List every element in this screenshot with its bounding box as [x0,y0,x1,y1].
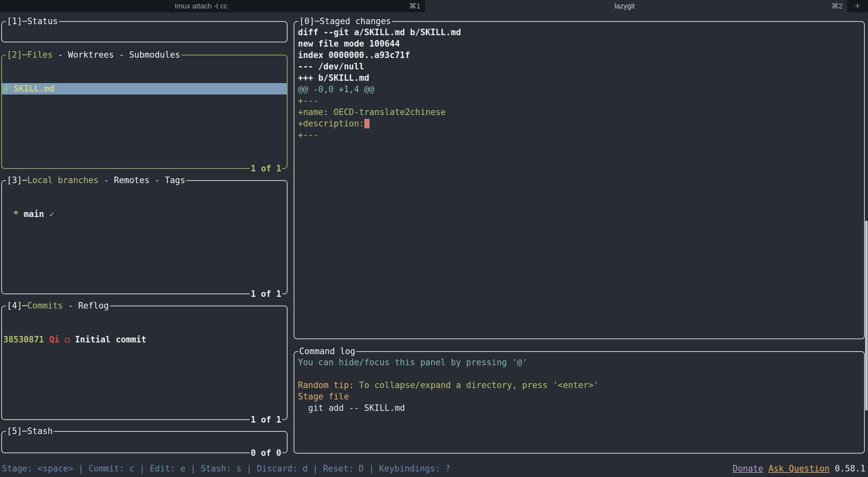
branch-name: main [24,209,44,219]
stash-panel-title: [5]─Stash [6,425,54,437]
diff-line: +--- [294,129,864,141]
diff-view: diff --git a/SKILL.md b/SKILL.mdnew file… [294,22,864,338]
staged-changes-panel[interactable]: [0]─Staged changes diff --git a/SKILL.md… [294,21,865,339]
version-label: 0.58.1 [835,464,865,473]
diff-line: new file mode 100644 [294,38,864,50]
tab-title: tmux attach -t cc [0,0,402,12]
diff-line: +++ b/SKILL.md [294,72,864,84]
status-bar-right: DonateAsk Question0.58.1 [733,463,865,474]
diff-line: +--- [294,95,864,107]
command-log-line: git add -- SKILL.md [294,403,864,414]
branches-panel[interactable]: [3]─Local branches - Remotes - Tags *mai… [1,180,287,294]
file-status-added: A [3,84,8,93]
commit-author: Qi [49,335,59,345]
status-bar: Stage: <space> | Commit: c | Edit: e | S… [0,463,868,477]
tab-shortcut-cmd2: ⌘2 [832,0,843,12]
file-row-skill-md[interactable]: ASKILL.md [2,83,287,94]
tab-shortcut-cmd1: ⌘1 [409,0,420,12]
window-scrollbar[interactable] [865,220,868,411]
tab-tmux-session[interactable]: tmux attach -t cc ⌘1 [0,0,425,12]
command-log-line: You can hide/focus this panel by pressin… [294,357,864,368]
keybindings-hint: Stage: <space> | Commit: c | Edit: e | S… [2,463,451,474]
plus-icon: + [855,0,861,11]
branch-recency-marker: * [13,209,19,219]
command-log-line [294,368,864,380]
branches-counter: 1 of 1 [250,288,282,300]
diff-line: +name: OECD-translate2chinese [294,107,864,118]
diff-line: --- /dev/null [294,61,864,72]
log-segment: Stage file [298,392,349,401]
diff-line: index 0000000..a93c71f [294,50,864,61]
files-panel[interactable]: [2]─Files - Worktrees - Submodules ASKIL… [1,55,287,169]
commit-message: Initial commit [75,335,146,345]
command-log-line: Stage file [294,391,864,403]
diff-line: +description: [294,118,864,129]
branch-row-main[interactable]: *main✓ [2,209,287,220]
donate-link[interactable]: Donate [733,464,763,473]
log-segment: Random tip: [298,380,359,390]
commit-hash: 38530871 [3,335,44,345]
diff-line: @@ -0,0 +1,4 @@ [294,84,864,95]
command-log-view: You can hide/focus this panel by pressin… [294,352,864,453]
branch-pushed-check-icon: ✓ [49,209,54,219]
status-panel[interactable]: [1]─Status ✓OECD-translate2chinese → mai… [1,21,287,42]
tab-bar: tmux attach -t cc ⌘1 lazygit ⌘2 + [0,0,868,12]
commits-panel[interactable]: [4]─Commits - Reflog 38530871Qi○Initial … [1,306,287,420]
files-counter: 1 of 1 [250,163,282,174]
tab-lazygit[interactable]: lazygit ⌘2 [425,0,847,12]
tab-title: lazygit [425,0,825,12]
commit-row[interactable]: 38530871Qi○Initial commit [2,334,287,346]
new-tab-button[interactable]: + [847,0,868,12]
command-log-line: Random tip: To collapse/expand a directo… [294,380,864,391]
ask-question-link[interactable]: Ask Question [768,464,830,473]
log-segment: You can hide/focus this panel by pressin… [298,357,527,367]
stash-panel[interactable]: [5]─Stash 0 of 0 [1,431,287,453]
terminal-window: tmux attach -t cc ⌘1 lazygit ⌘2 + [1]─St… [0,0,868,477]
log-segment: git add -- SKILL.md [298,403,405,413]
command-log-panel[interactable]: Command log You can hide/focus this pane… [294,351,865,453]
log-segment: To collapse/expand a directory, press '<… [359,380,599,390]
commit-graph-node-icon: ○ [65,335,70,345]
stash-counter: 0 of 0 [250,447,282,459]
diff-line: diff --git a/SKILL.md b/SKILL.md [294,27,864,38]
commits-counter: 1 of 1 [250,414,282,425]
file-name: SKILL.md [14,84,54,93]
text-cursor [364,119,370,128]
